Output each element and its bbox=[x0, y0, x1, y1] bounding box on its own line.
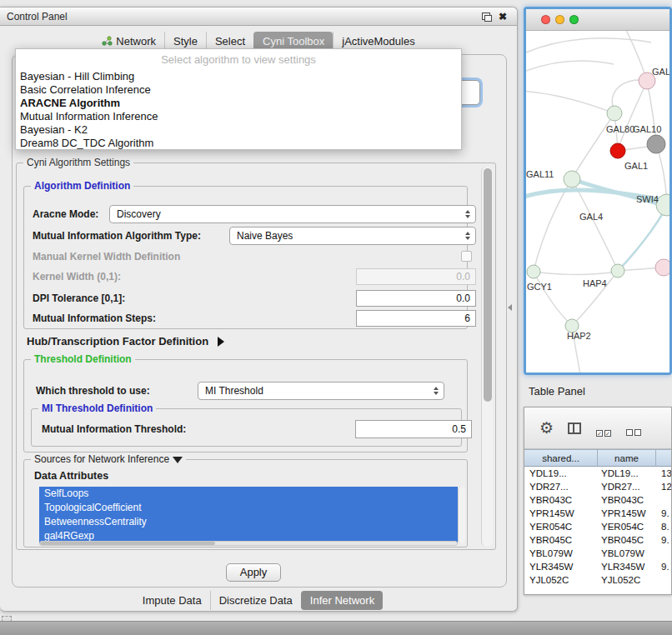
tab-impute-data[interactable]: Impute Data bbox=[134, 591, 210, 610]
node bbox=[607, 106, 622, 121]
network-window-titlebar[interactable] bbox=[526, 9, 669, 31]
which-threshold-value: MI Threshold bbox=[205, 385, 263, 397]
cell: 13 bbox=[656, 467, 672, 480]
minimize-traffic-button[interactable] bbox=[555, 15, 564, 24]
table-row[interactable]: YLR345WYLR345W9. bbox=[524, 560, 672, 573]
split-pane-collapse-icon[interactable] bbox=[508, 304, 512, 311]
kernel-width-label: Kernel Width (0,1): bbox=[33, 271, 121, 282]
apply-button[interactable]: Apply bbox=[226, 563, 281, 582]
network-view-window: GAL7 GAL80 GAL10 GAL11 GAL1 SWI4 GAL4 GC… bbox=[524, 7, 672, 375]
cell bbox=[656, 573, 672, 587]
close-icon[interactable]: ✖ bbox=[499, 11, 507, 22]
columns-icon[interactable] bbox=[568, 422, 581, 434]
algorithm-definition-group: Algorithm Definition Aracne Mode: Discov… bbox=[23, 186, 468, 329]
table-header: shared... name bbox=[524, 449, 672, 467]
select-all-checkboxes-icon[interactable]: ✓✓ bbox=[596, 424, 613, 439]
node bbox=[527, 265, 540, 278]
close-traffic-button[interactable] bbox=[541, 15, 550, 24]
kernel-width-input[interactable] bbox=[356, 268, 476, 285]
node-label[interactable]: GAL10 bbox=[633, 124, 661, 134]
table-row[interactable]: YPR145WYPR145W9. bbox=[524, 507, 672, 520]
popup-item-dream8[interactable]: Dream8 DC_TDC Algorithm bbox=[16, 137, 461, 150]
cell: YBL079W bbox=[598, 547, 656, 560]
cell: YDL19... bbox=[598, 467, 656, 480]
popup-item-bayesian-k2[interactable]: Bayesian - K2 bbox=[16, 123, 461, 137]
tab-style-label: Style bbox=[173, 35, 198, 48]
dpi-tolerance-label: DPI Tolerance [0,1]: bbox=[33, 292, 125, 304]
cell: YER054C bbox=[524, 520, 598, 533]
column-header-clipped[interactable] bbox=[656, 449, 672, 467]
dpi-tolerance-input[interactable] bbox=[356, 290, 476, 307]
attributes-list-scrollbar[interactable] bbox=[458, 487, 465, 543]
mi-algorithm-type-label: Mutual Information Algorithm Type: bbox=[33, 230, 201, 242]
mi-algorithm-type-combo[interactable]: Naive Bayes bbox=[229, 227, 476, 245]
table-row[interactable]: YBR045CYBR045C9. bbox=[524, 533, 672, 547]
popup-item-mutual-information[interactable]: Mutual Information Inference bbox=[16, 110, 461, 123]
aracne-mode-combo[interactable]: Discovery bbox=[109, 205, 476, 223]
attributes-list-hscrollbar-thumb[interactable] bbox=[40, 542, 215, 545]
cell: YJL052C bbox=[524, 573, 598, 587]
float-window-icon[interactable] bbox=[482, 12, 490, 20]
node-label[interactable]: HAP4 bbox=[583, 278, 607, 288]
cell: YBR043C bbox=[524, 493, 598, 507]
table-row[interactable]: YDL19...YDL19...13 bbox=[524, 467, 672, 480]
node-label[interactable]: GAL11 bbox=[526, 169, 554, 179]
list-item[interactable]: SelfLoops bbox=[39, 487, 458, 501]
settings-scrollbar-thumb[interactable] bbox=[484, 168, 492, 402]
cell: YER054C bbox=[598, 520, 656, 533]
cell: 9. bbox=[656, 507, 672, 520]
cell: YPR145W bbox=[598, 507, 656, 520]
sources-title[interactable]: Sources for Network Inference bbox=[31, 453, 186, 465]
control-panel-titlebar[interactable]: Control Panel ✖ bbox=[0, 8, 517, 26]
table-row[interactable]: YJL052CYJL052C bbox=[524, 573, 672, 587]
clear-checkboxes-icon[interactable] bbox=[626, 424, 643, 439]
popup-item-aracne[interactable]: ARACNE Algorithm bbox=[16, 97, 461, 110]
aracne-mode-label: Aracne Mode: bbox=[33, 208, 98, 220]
node-label[interactable]: GAL4 bbox=[579, 212, 603, 222]
cell: YDL19... bbox=[524, 467, 598, 480]
table-row[interactable]: YER054CYER054C8. bbox=[524, 520, 672, 533]
cell: YDR27... bbox=[524, 480, 598, 493]
mi-algorithm-type-value: Naive Bayes bbox=[237, 230, 293, 242]
combo-arrows-icon bbox=[465, 232, 470, 240]
cell: YDR27... bbox=[598, 480, 656, 493]
table-row[interactable]: YDR27...YDR27...12 bbox=[524, 480, 672, 493]
node-label[interactable]: HAP2 bbox=[567, 331, 591, 341]
table-row[interactable]: YBL079WYBL079W bbox=[524, 547, 672, 560]
which-threshold-combo[interactable]: MI Threshold bbox=[198, 382, 444, 400]
column-header-shared-name[interactable]: shared... bbox=[524, 449, 598, 467]
tab-select-label: Select bbox=[215, 35, 245, 48]
node-label[interactable]: GAL80 bbox=[606, 124, 634, 134]
list-item[interactable]: TopologicalCoefficient bbox=[39, 501, 458, 515]
gear-icon[interactable]: ⚙ bbox=[539, 418, 554, 438]
mi-threshold-input[interactable] bbox=[355, 420, 472, 438]
zoom-traffic-button[interactable] bbox=[569, 15, 579, 24]
manual-kernel-width-checkbox[interactable] bbox=[461, 251, 472, 262]
node-label[interactable]: GAL7 bbox=[652, 67, 669, 77]
tab-discretize-data[interactable]: Discretize Data bbox=[210, 591, 301, 610]
tab-infer-network[interactable]: Infer Network bbox=[301, 591, 383, 610]
cell bbox=[656, 547, 672, 560]
table-panel-window: ⚙ ✓✓ shared... name YDL19...YDL19...13 Y… bbox=[524, 407, 672, 595]
cell: YLR345W bbox=[524, 560, 598, 573]
attributes-list-hscrollbar[interactable] bbox=[39, 541, 458, 546]
table-row[interactable]: YBR043CYBR043C bbox=[524, 493, 672, 507]
list-item[interactable]: BetweennessCentrality bbox=[39, 515, 458, 529]
column-header-name[interactable]: name bbox=[598, 449, 656, 467]
mi-steps-label: Mutual Information Steps: bbox=[33, 312, 156, 324]
settings-scrollbar-track[interactable] bbox=[481, 167, 493, 547]
combo-arrows-icon bbox=[465, 210, 470, 218]
node-label[interactable]: SWI4 bbox=[636, 194, 659, 204]
node-label[interactable]: GAL1 bbox=[624, 161, 648, 171]
combo-arrows-icon bbox=[434, 387, 439, 395]
node-label[interactable]: GCY1 bbox=[527, 282, 552, 292]
attributes-list[interactable]: SelfLoops TopologicalCoefficient Between… bbox=[39, 487, 458, 543]
popup-item-basic-correlation[interactable]: Basic Correlation Inference bbox=[16, 83, 461, 97]
tab-cyni-toolbox-label: Cyni Toolbox bbox=[263, 35, 324, 48]
mi-steps-input[interactable] bbox=[356, 310, 476, 327]
mi-threshold-definition-title: MI Threshold Definition bbox=[38, 402, 156, 414]
tab-jactivemodules-label: jActiveModules bbox=[342, 35, 414, 48]
network-canvas[interactable]: GAL7 GAL80 GAL10 GAL11 GAL1 SWI4 GAL4 GC… bbox=[526, 31, 669, 372]
hub-tf-definition-toggle[interactable]: Hub/Transcription Factor Definition bbox=[27, 333, 224, 348]
popup-item-bayesian-hill-climbing[interactable]: Bayesian - Hill Climbing bbox=[16, 70, 461, 83]
